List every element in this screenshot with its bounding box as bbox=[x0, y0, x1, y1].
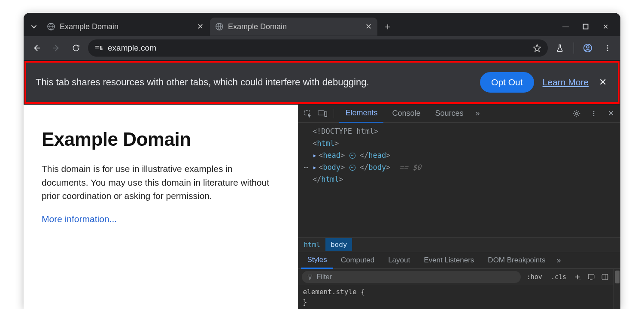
tab-close-icon[interactable]: ✕ bbox=[196, 23, 204, 30]
learn-more-link[interactable]: Learn More bbox=[543, 77, 589, 87]
inspect-element-icon[interactable] bbox=[302, 108, 314, 120]
devtools-close-icon[interactable]: ✕ bbox=[605, 108, 617, 120]
tab-inactive[interactable]: Example Domain ✕ bbox=[42, 18, 209, 36]
styles-body[interactable]: element.style { } bbox=[298, 285, 614, 309]
infobar: This tab shares resources with other tab… bbox=[26, 63, 618, 102]
close-window-button[interactable]: ✕ bbox=[601, 23, 609, 30]
back-button[interactable] bbox=[29, 40, 44, 56]
app-menu-button[interactable] bbox=[600, 40, 615, 56]
new-tab-button[interactable]: ＋ bbox=[381, 20, 395, 33]
device-toolbar-icon[interactable] bbox=[316, 108, 328, 120]
infobar-close-icon[interactable]: ✕ bbox=[597, 77, 608, 88]
cls-toggle[interactable]: .cls bbox=[548, 273, 569, 281]
dom-head[interactable]: ▸<head> ⋯ </head> bbox=[304, 149, 615, 161]
svg-point-6 bbox=[586, 45, 589, 48]
opt-out-button[interactable]: Opt Out bbox=[480, 72, 534, 93]
tab-close-icon[interactable]: ✕ bbox=[365, 23, 372, 30]
window-controls: — ✕ bbox=[562, 23, 617, 30]
dom-body[interactable]: ⋯ ▸<body> ⋯ </body> == $0 bbox=[304, 161, 615, 173]
reload-button[interactable] bbox=[68, 40, 84, 56]
page-content: Example Domain This domain is for use in… bbox=[24, 105, 298, 309]
chevron-down-icon bbox=[31, 24, 37, 30]
address-bar[interactable]: example.com bbox=[88, 39, 548, 57]
maximize-button[interactable] bbox=[582, 23, 589, 30]
infobar-highlight: This tab shares resources with other tab… bbox=[24, 61, 620, 104]
svg-point-13 bbox=[575, 112, 577, 114]
svg-rect-18 bbox=[602, 274, 608, 280]
dom-html-open[interactable]: <html> bbox=[304, 137, 615, 149]
devtools-panel: Elements Console Sources » ✕ <!DOCTYPE h… bbox=[298, 105, 620, 309]
forward-button[interactable] bbox=[49, 40, 64, 56]
subtabs-overflow[interactable]: » bbox=[553, 256, 565, 265]
subtab-layout[interactable]: Layout bbox=[382, 253, 416, 268]
subtab-computed[interactable]: Computed bbox=[335, 253, 380, 268]
computed-styles-icon[interactable] bbox=[586, 273, 596, 281]
svg-point-16 bbox=[593, 115, 595, 116]
devtools-toolbar: Elements Console Sources » ✕ bbox=[298, 105, 620, 123]
separator bbox=[574, 42, 574, 54]
site-settings-icon[interactable] bbox=[94, 45, 103, 51]
dom-doctype[interactable]: <!DOCTYPE html> bbox=[304, 125, 615, 137]
dom-html-close[interactable]: </html> bbox=[304, 173, 615, 185]
svg-point-15 bbox=[593, 113, 595, 114]
svg-point-8 bbox=[607, 48, 608, 49]
styles-filter-input[interactable]: Filter bbox=[302, 271, 520, 283]
minimize-button[interactable]: — bbox=[562, 23, 570, 30]
dom-tree[interactable]: <!DOCTYPE html> <html> ▸<head> ⋯ </head>… bbox=[298, 123, 620, 237]
new-style-rule-icon[interactable] bbox=[572, 273, 583, 281]
globe-icon bbox=[47, 22, 55, 31]
svg-point-7 bbox=[607, 45, 608, 46]
gear-icon[interactable] bbox=[571, 108, 583, 120]
devtools-subtabs: Styles Computed Layout Event Listeners D… bbox=[298, 252, 620, 269]
devtools-tab-sources[interactable]: Sources bbox=[429, 105, 469, 122]
bookmark-star-icon[interactable] bbox=[532, 43, 542, 53]
svg-point-3 bbox=[100, 46, 101, 48]
toolbar: example.com bbox=[24, 36, 620, 60]
devtools-menu-icon[interactable] bbox=[588, 108, 600, 120]
dom-breadcrumb: html body bbox=[298, 237, 620, 252]
page-heading: Example Domain bbox=[42, 129, 280, 150]
globe-icon bbox=[215, 22, 224, 31]
infobar-message: This tab shares resources with other tab… bbox=[36, 77, 369, 88]
style-rule-open: element.style { bbox=[303, 287, 609, 297]
subtab-styles[interactable]: Styles bbox=[301, 252, 333, 269]
styles-toolbar: Filter :hov .cls bbox=[298, 269, 614, 285]
style-rule-close: } bbox=[303, 297, 609, 307]
svg-rect-12 bbox=[325, 111, 327, 116]
url-text: example.com bbox=[108, 43, 156, 53]
svg-rect-11 bbox=[318, 111, 324, 115]
subtab-dom-breakpoints[interactable]: DOM Breakpoints bbox=[482, 253, 551, 268]
svg-point-14 bbox=[593, 111, 595, 112]
experiments-button[interactable] bbox=[552, 40, 568, 56]
toggle-sidebar-icon[interactable] bbox=[600, 273, 610, 281]
breadcrumb-body[interactable]: body bbox=[325, 238, 352, 251]
browser-window: Example Domain ✕ Example Domain ✕ ＋ — ✕ bbox=[24, 13, 620, 309]
more-information-link[interactable]: More information... bbox=[42, 214, 117, 224]
content-area: Example Domain This domain is for use in… bbox=[24, 105, 620, 309]
tab-title: Example Domain bbox=[228, 22, 360, 31]
page-paragraph: This domain is for use in illustrative e… bbox=[42, 162, 280, 203]
tab-title: Example Domain bbox=[60, 22, 192, 31]
devtools-tab-console[interactable]: Console bbox=[386, 105, 426, 122]
svg-rect-2 bbox=[583, 24, 588, 29]
tab-strip: Example Domain ✕ Example Domain ✕ ＋ — ✕ bbox=[24, 13, 620, 36]
devtools-tab-elements[interactable]: Elements bbox=[339, 104, 383, 123]
svg-point-9 bbox=[607, 50, 608, 51]
devtools-tabs-overflow[interactable]: » bbox=[472, 109, 483, 118]
tab-active[interactable]: Example Domain ✕ bbox=[210, 18, 377, 36]
tab-search-dropdown[interactable] bbox=[27, 20, 41, 33]
hov-toggle[interactable]: :hov bbox=[524, 273, 545, 281]
devtools-scrollbar[interactable] bbox=[614, 269, 620, 309]
filter-placeholder: Filter bbox=[316, 273, 332, 281]
svg-rect-17 bbox=[588, 274, 594, 279]
filter-icon bbox=[307, 274, 313, 280]
subtab-event-listeners[interactable]: Event Listeners bbox=[418, 253, 480, 268]
breadcrumb-html[interactable]: html bbox=[298, 238, 325, 251]
svg-point-4 bbox=[101, 48, 103, 50]
profile-button[interactable] bbox=[580, 40, 595, 56]
